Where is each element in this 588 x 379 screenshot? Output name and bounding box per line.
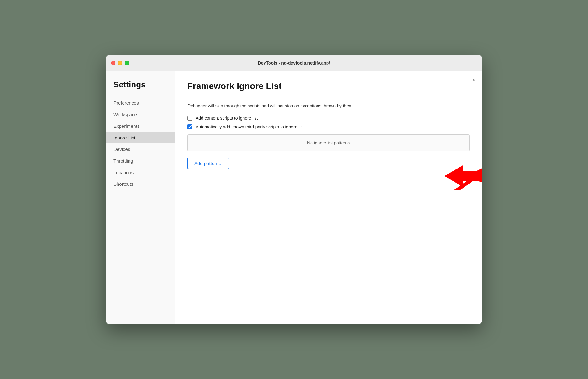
add-content-scripts-label: Add content scripts to ignore list (196, 116, 258, 121)
add-content-scripts-checkbox[interactable] (187, 116, 192, 121)
sidebar-item-workspace[interactable]: Workspace (106, 109, 175, 120)
window-body: Settings Preferences Workspace Experimen… (106, 71, 482, 324)
sidebar-item-ignore-list[interactable]: Ignore List (106, 132, 175, 143)
maximize-traffic-light[interactable] (125, 61, 129, 65)
patterns-empty-box: No ignore list patterns (187, 134, 470, 151)
sidebar-item-shortcuts[interactable]: Shortcuts (106, 178, 175, 190)
sidebar-item-preferences[interactable]: Preferences (106, 97, 175, 109)
app-window: DevTools - ng-devtools.netlify.app/ Sett… (106, 55, 482, 324)
title-bar: DevTools - ng-devtools.netlify.app/ (106, 55, 482, 71)
patterns-empty-label: No ignore list patterns (307, 140, 350, 145)
add-pattern-button[interactable]: Add pattern... (187, 158, 229, 169)
sidebar-title: Settings (106, 80, 175, 97)
page-title: Framework Ignore List (187, 81, 470, 91)
traffic-lights (111, 61, 129, 65)
checkbox-section: Add content scripts to ignore list Autom… (187, 116, 470, 129)
close-button[interactable]: × (472, 77, 476, 83)
sidebar-item-devices[interactable]: Devices (106, 143, 175, 155)
auto-add-third-party-checkbox[interactable] (187, 124, 192, 129)
description-text: Debugger will skip through the scripts a… (187, 103, 470, 109)
svg-marker-1 (444, 165, 479, 187)
sidebar-item-throttling[interactable]: Throttling (106, 155, 175, 167)
divider (187, 96, 470, 96)
minimize-traffic-light[interactable] (118, 61, 122, 65)
sidebar: Settings Preferences Workspace Experimen… (106, 71, 175, 324)
checkbox-row-content-scripts: Add content scripts to ignore list (187, 116, 470, 121)
main-content: × Framework Ignore List Debugger will sk… (175, 71, 482, 324)
auto-add-third-party-label: Automatically add known third-party scri… (196, 124, 304, 129)
sidebar-item-experiments[interactable]: Experiments (106, 120, 175, 132)
svg-marker-0 (454, 168, 482, 190)
arrow-annotation (444, 162, 482, 193)
close-traffic-light[interactable] (111, 61, 115, 65)
window-title: DevTools - ng-devtools.netlify.app/ (258, 60, 330, 65)
sidebar-item-locations[interactable]: Locations (106, 167, 175, 178)
checkbox-row-third-party: Automatically add known third-party scri… (187, 124, 470, 129)
